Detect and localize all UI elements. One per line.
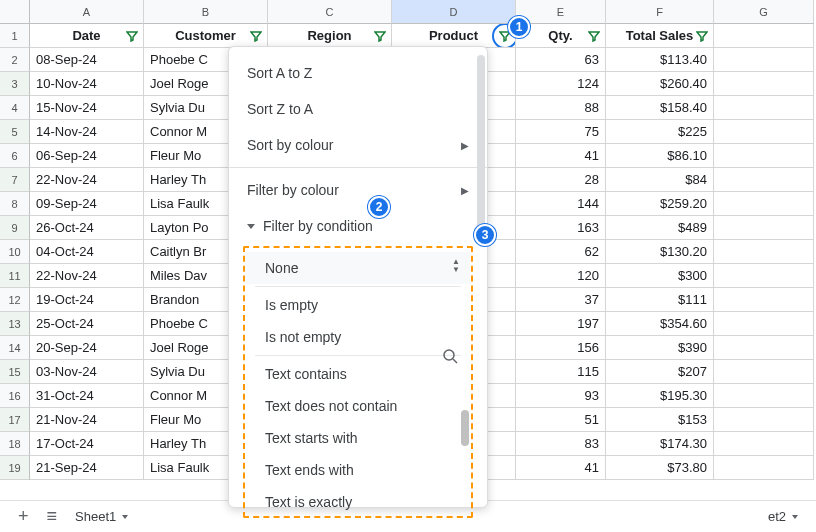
filter-icon[interactable] bbox=[249, 29, 263, 43]
tab-menu-icon[interactable] bbox=[792, 515, 798, 519]
cell-g[interactable] bbox=[714, 432, 814, 456]
cell-g[interactable] bbox=[714, 288, 814, 312]
cell-sales[interactable]: $225 bbox=[606, 120, 714, 144]
filter-icon[interactable] bbox=[695, 29, 709, 43]
cell-qty[interactable]: 163 bbox=[516, 216, 606, 240]
cell-date[interactable]: 20-Sep-24 bbox=[30, 336, 144, 360]
cell-sales[interactable]: $390 bbox=[606, 336, 714, 360]
condition-none[interactable]: None ▲▼ bbox=[245, 252, 471, 284]
filter-icon[interactable] bbox=[373, 29, 387, 43]
sort-z-a[interactable]: Sort Z to A bbox=[229, 91, 487, 127]
cell-date[interactable]: 25-Oct-24 bbox=[30, 312, 144, 336]
cell-date[interactable]: 14-Nov-24 bbox=[30, 120, 144, 144]
cell-qty[interactable]: 41 bbox=[516, 144, 606, 168]
cell-qty[interactable]: 124 bbox=[516, 72, 606, 96]
row-header[interactable]: 12 bbox=[0, 288, 30, 312]
row-header[interactable]: 4 bbox=[0, 96, 30, 120]
cell-date[interactable]: 22-Nov-24 bbox=[30, 168, 144, 192]
cell-g[interactable] bbox=[714, 312, 814, 336]
cell-sales[interactable]: $153 bbox=[606, 408, 714, 432]
col-header-a[interactable]: A bbox=[30, 0, 144, 24]
sheet-tab-1[interactable]: Sheet1 bbox=[75, 509, 128, 524]
cell-date[interactable]: 06-Sep-24 bbox=[30, 144, 144, 168]
row-header[interactable]: 13 bbox=[0, 312, 30, 336]
cell-g[interactable] bbox=[714, 144, 814, 168]
col-header-f[interactable]: F bbox=[606, 0, 714, 24]
sheet-tab-2[interactable]: et2 bbox=[768, 509, 798, 524]
cell-date[interactable]: 04-Oct-24 bbox=[30, 240, 144, 264]
col-header-e[interactable]: E bbox=[516, 0, 606, 24]
cell-sales[interactable]: $354.60 bbox=[606, 312, 714, 336]
header-product[interactable]: Product bbox=[392, 24, 516, 48]
cell-date[interactable]: 09-Sep-24 bbox=[30, 192, 144, 216]
cell-qty[interactable]: 63 bbox=[516, 48, 606, 72]
cell-sales[interactable]: $207 bbox=[606, 360, 714, 384]
filter-by-condition[interactable]: Filter by condition bbox=[229, 208, 487, 244]
condition-text-starts[interactable]: Text starts with bbox=[245, 422, 471, 454]
cell-qty[interactable]: 51 bbox=[516, 408, 606, 432]
cell-sales[interactable]: $260.40 bbox=[606, 72, 714, 96]
cell-g[interactable] bbox=[714, 120, 814, 144]
row-header[interactable]: 6 bbox=[0, 144, 30, 168]
header-customer[interactable]: Customer bbox=[144, 24, 268, 48]
cell-g[interactable] bbox=[714, 456, 814, 480]
cell-qty[interactable]: 41 bbox=[516, 456, 606, 480]
cell-qty[interactable]: 28 bbox=[516, 168, 606, 192]
cell-date[interactable]: 17-Oct-24 bbox=[30, 432, 144, 456]
cell-sales[interactable]: $195.30 bbox=[606, 384, 714, 408]
stepper-icon[interactable]: ▲▼ bbox=[447, 256, 465, 276]
header-region[interactable]: Region bbox=[268, 24, 392, 48]
row-header[interactable]: 11 bbox=[0, 264, 30, 288]
row-header[interactable]: 10 bbox=[0, 240, 30, 264]
cell-date[interactable]: 21-Nov-24 bbox=[30, 408, 144, 432]
add-sheet-button[interactable]: + bbox=[18, 506, 29, 527]
cell-qty[interactable]: 93 bbox=[516, 384, 606, 408]
row-header[interactable]: 15 bbox=[0, 360, 30, 384]
cell-g[interactable] bbox=[714, 168, 814, 192]
condition-is-empty[interactable]: Is empty bbox=[245, 289, 471, 321]
cell-g[interactable] bbox=[714, 216, 814, 240]
cell-g[interactable] bbox=[714, 336, 814, 360]
condition-is-not-empty[interactable]: Is not empty bbox=[245, 321, 471, 353]
sort-by-colour[interactable]: Sort by colour▶ bbox=[229, 127, 487, 163]
cell-g[interactable] bbox=[714, 192, 814, 216]
cell-g[interactable] bbox=[714, 408, 814, 432]
row-header-1[interactable]: 1 bbox=[0, 24, 30, 48]
row-header[interactable]: 14 bbox=[0, 336, 30, 360]
cell-qty[interactable]: 37 bbox=[516, 288, 606, 312]
cell-date[interactable]: 19-Oct-24 bbox=[30, 288, 144, 312]
select-all-corner[interactable] bbox=[0, 0, 30, 24]
condition-text-ends[interactable]: Text ends with bbox=[245, 454, 471, 486]
row-header[interactable]: 19 bbox=[0, 456, 30, 480]
row-header[interactable]: 18 bbox=[0, 432, 30, 456]
search-icon[interactable] bbox=[439, 345, 461, 367]
row-header[interactable]: 7 bbox=[0, 168, 30, 192]
cell-sales[interactable]: $111 bbox=[606, 288, 714, 312]
condition-scrollbar[interactable] bbox=[461, 410, 469, 510]
cell-qty[interactable]: 83 bbox=[516, 432, 606, 456]
row-header[interactable]: 17 bbox=[0, 408, 30, 432]
cell-date[interactable]: 26-Oct-24 bbox=[30, 216, 144, 240]
cell-sales[interactable]: $84 bbox=[606, 168, 714, 192]
cell-sales[interactable]: $300 bbox=[606, 264, 714, 288]
row-header[interactable]: 16 bbox=[0, 384, 30, 408]
filter-by-colour[interactable]: Filter by colour▶ bbox=[229, 172, 487, 208]
row-header[interactable]: 5 bbox=[0, 120, 30, 144]
cell-g[interactable] bbox=[714, 96, 814, 120]
dropdown-scrollbar[interactable] bbox=[477, 55, 485, 499]
filter-icon[interactable] bbox=[587, 29, 601, 43]
cell-qty[interactable]: 197 bbox=[516, 312, 606, 336]
cell-date[interactable]: 15-Nov-24 bbox=[30, 96, 144, 120]
condition-text-contains[interactable]: Text contains bbox=[245, 358, 471, 390]
cell-qty[interactable]: 115 bbox=[516, 360, 606, 384]
row-header[interactable]: 2 bbox=[0, 48, 30, 72]
cell-sales[interactable]: $259.20 bbox=[606, 192, 714, 216]
tab-menu-icon[interactable] bbox=[122, 515, 128, 519]
cell-g1[interactable] bbox=[714, 24, 814, 48]
cell-g[interactable] bbox=[714, 240, 814, 264]
condition-text-not-contain[interactable]: Text does not contain bbox=[245, 390, 471, 422]
row-header[interactable]: 9 bbox=[0, 216, 30, 240]
cell-date[interactable]: 10-Nov-24 bbox=[30, 72, 144, 96]
cell-sales[interactable]: $158.40 bbox=[606, 96, 714, 120]
cell-qty[interactable]: 120 bbox=[516, 264, 606, 288]
